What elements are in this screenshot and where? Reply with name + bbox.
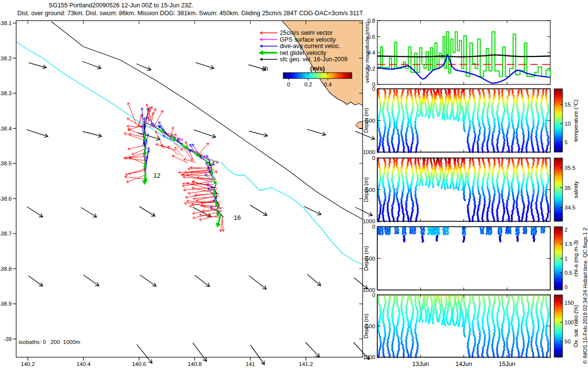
svg-text:-38.3: -38.3 xyxy=(0,90,12,96)
svg-text:0: 0 xyxy=(564,284,567,290)
isobaths-note: isobaths: 0 200 1000m xyxy=(19,339,80,345)
svg-text:-38.2: -38.2 xyxy=(0,55,12,61)
svg-text:150: 150 xyxy=(564,300,574,306)
svg-text:0.5: 0.5 xyxy=(564,270,572,276)
svg-text:141: 141 xyxy=(245,361,255,367)
svg-text:34.5: 34.5 xyxy=(564,205,575,210)
svg-text:13Jun: 13Jun xyxy=(412,361,429,368)
svg-text:Depth (m): Depth (m) xyxy=(363,177,369,202)
svg-text:15Jun: 15Jun xyxy=(499,361,515,368)
svg-text:1: 1 xyxy=(564,256,567,262)
svg-text:-38.4: -38.4 xyxy=(0,126,12,131)
svg-text:0.2: 0.2 xyxy=(304,81,312,87)
svg-text:140.2: 140.2 xyxy=(21,361,35,367)
svg-text:-38.5: -38.5 xyxy=(0,160,12,166)
svg-text:140.4: 140.4 xyxy=(76,361,91,367)
svg-text:15: 15 xyxy=(564,102,571,107)
plot-area: 121416-38.1-38.2-38.3-38.4-38.5-38.6-38.… xyxy=(0,0,588,368)
svg-text:35.5: 35.5 xyxy=(564,165,575,171)
temperature-section: 05001000Depth (m)51015temperature (°C) xyxy=(363,86,579,155)
svg-text:sfc geo. vel. 16-Jun-2009: sfc geo. vel. 16-Jun-2009 xyxy=(280,56,347,63)
svg-text:(m/s): (m/s) xyxy=(310,65,325,72)
svg-text:-38.6: -38.6 xyxy=(0,196,12,202)
svg-text:chl-a (mg m-3): chl-a (mg m-3) xyxy=(573,240,579,277)
svg-text:4h: 4h xyxy=(262,65,268,72)
svg-text:141.2: 141.2 xyxy=(299,361,313,367)
svg-text:2: 2 xyxy=(564,227,567,233)
svg-text:12: 12 xyxy=(153,172,160,179)
svg-text:Depth (m): Depth (m) xyxy=(363,314,369,339)
svg-text:14Jun: 14Jun xyxy=(455,361,472,368)
surface-geostrophic-arrows xyxy=(26,61,374,365)
oxygen-section: 05001000Depth (m)50100150Ox. sat. ratio … xyxy=(363,292,579,360)
svg-text:temperature (°C): temperature (°C) xyxy=(573,99,579,141)
svg-text:Depth (m): Depth (m) xyxy=(363,108,369,133)
svg-text:-39: -39 xyxy=(3,336,12,342)
svg-text:velocity magnitude (m/s): velocity magnitude (m/s) xyxy=(364,22,370,83)
svg-text:dive-avg current veloc.: dive-avg current veloc. xyxy=(280,43,341,50)
svg-text:© IMOS 15-Feb-2019 02:34:24 Ho: © IMOS 15-Feb-2019 02:34:24 Hobart time.… xyxy=(582,228,588,364)
svg-text:isobaths: 0 200 1000m: isobaths: 0 200 1000m xyxy=(19,339,80,345)
chl-a-section: 05001000Depth (m)00.511.52chl-a (mg m-3) xyxy=(363,224,579,293)
time-axis-labels: 13Jun14Jun15Jun xyxy=(412,361,515,368)
svg-text:-38.1: -38.1 xyxy=(0,20,12,26)
svg-text:25cm/s swim vector: 25cm/s swim vector xyxy=(280,29,333,36)
svg-text:net glider velocity: net glider velocity xyxy=(280,50,327,56)
svg-text:10: 10 xyxy=(564,121,571,127)
svg-text:0: 0 xyxy=(372,155,375,161)
salinity-section: 05001000Depth (m)34.53535.5salinity xyxy=(363,155,579,224)
svg-text:-38.9: -38.9 xyxy=(0,301,12,307)
svg-text:-38.8: -38.8 xyxy=(0,266,12,272)
figure-canvas: SG155 Portland20090526 12-Jun 00Z to 15-… xyxy=(0,0,588,368)
svg-text:GPS surface velocity: GPS surface velocity xyxy=(280,36,336,43)
svg-text:5: 5 xyxy=(564,139,567,145)
velocity-panel: 00.20.40.60.8velocity magnitude (m/s) xyxy=(364,18,550,87)
svg-text:-38.7: -38.7 xyxy=(0,231,12,237)
svg-text:1000: 1000 xyxy=(363,354,375,360)
svg-text:50: 50 xyxy=(564,339,571,344)
imos-watermark: © IMOS 15-Feb-2019 02:34:24 Hobart time.… xyxy=(582,228,588,364)
map-frame: -38.1-38.2-38.3-38.4-38.5-38.6-38.7-38.8… xyxy=(0,20,363,367)
svg-text:14: 14 xyxy=(208,160,215,167)
svg-text:0: 0 xyxy=(372,292,375,298)
svg-text:140.6: 140.6 xyxy=(132,361,146,367)
svg-text:0: 0 xyxy=(287,81,290,87)
svg-text:salinity: salinity xyxy=(573,181,579,198)
svg-text:16: 16 xyxy=(234,214,241,221)
svg-text:Ox. sat. ratio (%): Ox. sat. ratio (%) xyxy=(573,305,579,347)
svg-text:140.8: 140.8 xyxy=(188,361,202,367)
svg-text:0.4: 0.4 xyxy=(324,81,332,87)
svg-text:0: 0 xyxy=(372,86,375,92)
svg-text:1.5: 1.5 xyxy=(564,241,572,247)
svg-text:35: 35 xyxy=(564,185,571,191)
map-panel: 121416-38.1-38.2-38.3-38.4-38.5-38.6-38.… xyxy=(0,20,375,367)
svg-text:0: 0 xyxy=(372,224,375,230)
svg-text:Depth (m): Depth (m) xyxy=(363,246,369,271)
svg-text:1000: 1000 xyxy=(363,149,375,155)
